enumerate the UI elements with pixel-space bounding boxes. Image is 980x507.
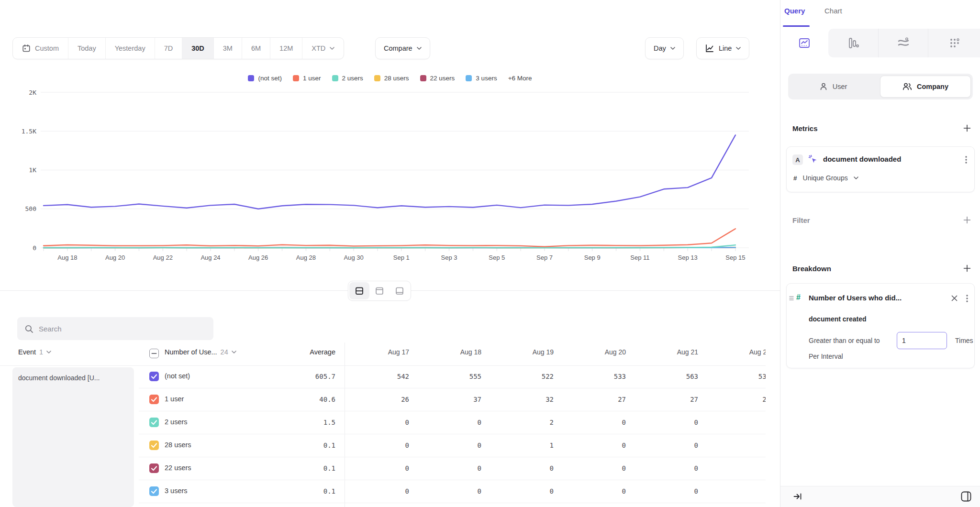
- range-xtd-button[interactable]: XTD: [302, 38, 344, 59]
- legend-item[interactable]: 2 users: [332, 75, 363, 82]
- row-checkbox[interactable]: [149, 395, 159, 404]
- range-yesterday-button[interactable]: Yesterday: [106, 38, 155, 59]
- select-all-checkbox[interactable]: [149, 349, 159, 358]
- chevron-down-icon: [854, 176, 858, 179]
- scope-user-option[interactable]: User: [788, 74, 878, 99]
- query-panel: Query Chart User Company: [780, 0, 980, 507]
- chart-type-dropdown[interactable]: Line: [696, 37, 749, 59]
- filter-section-title: Filter: [792, 216, 810, 224]
- legend-swatch: [374, 75, 380, 81]
- legend-swatch: [293, 75, 299, 81]
- line-chart: 05001K1.5K2KAug 18Aug 20Aug 22Aug 24Aug …: [14, 87, 766, 269]
- row-label: 28 users: [165, 441, 191, 449]
- row-checkbox[interactable]: [149, 463, 159, 473]
- legend-item[interactable]: 1 user: [293, 75, 321, 82]
- breakdown-value-input[interactable]: [897, 332, 947, 349]
- active-tab-underline: [783, 25, 810, 27]
- chart-type-flow-tile[interactable]: [878, 29, 928, 57]
- metric-kebab-menu[interactable]: [962, 154, 970, 165]
- row-label: 1 user: [165, 395, 184, 403]
- interval-dropdown[interactable]: Day: [645, 37, 684, 59]
- layout-chart-only-button[interactable]: [369, 282, 390, 299]
- breakdown-kebab-menu[interactable]: [963, 293, 971, 304]
- legend-swatch: [248, 75, 254, 81]
- calendar-icon: [22, 44, 31, 53]
- row-checkbox[interactable]: [149, 486, 159, 496]
- breakdown-card[interactable]: # Number of Users who did... document cr…: [786, 283, 975, 368]
- chart-legend: (not set)1 user2 users28 users22 users3 …: [0, 75, 780, 82]
- row-cell-value: 0: [414, 487, 481, 495]
- row-label: (not set): [165, 372, 190, 380]
- row-label: 22 users: [165, 464, 191, 472]
- legend-more-link[interactable]: +6 More: [508, 75, 532, 82]
- range-6m-button[interactable]: 6M: [242, 38, 270, 59]
- event-column-dropdown[interactable]: Event 1: [18, 348, 51, 356]
- breakdown-section-title: Breakdown: [792, 265, 831, 273]
- row-cell-value: 0: [414, 441, 481, 449]
- row-cell-value: 0: [559, 487, 626, 495]
- aggregation-dropdown[interactable]: # Unique Groups: [793, 174, 858, 182]
- scope-company-option[interactable]: Company: [880, 76, 971, 98]
- chevron-down-icon: [417, 47, 422, 50]
- row-cell-value: 27: [631, 396, 698, 403]
- row-average-value: 40.6: [278, 396, 335, 403]
- legend-item[interactable]: 22 users: [420, 75, 455, 82]
- svg-text:Aug 20: Aug 20: [105, 254, 125, 261]
- row-cell-value: 0: [631, 441, 698, 449]
- row-checkbox[interactable]: [149, 372, 159, 381]
- company-users-icon: [902, 82, 912, 91]
- bottom-panel-icon: [395, 286, 404, 296]
- row-checkbox[interactable]: [149, 418, 159, 427]
- row-cell-value: 0: [559, 441, 626, 449]
- row-cell-value: 533: [559, 373, 626, 380]
- svg-text:Sep 7: Sep 7: [536, 254, 553, 261]
- range-today-button[interactable]: Today: [68, 38, 106, 59]
- row-cell-value: 0: [703, 419, 766, 426]
- collapse-panel-icon[interactable]: [793, 492, 802, 501]
- range-label: Custom: [35, 44, 59, 52]
- chevron-down-icon: [670, 47, 675, 50]
- table-row: 3 users0.1000000: [139, 480, 766, 503]
- legend-item[interactable]: (not set): [248, 75, 282, 82]
- svg-text:Sep 15: Sep 15: [725, 254, 745, 261]
- remove-breakdown-icon[interactable]: [949, 293, 959, 303]
- chart-type-grid-tile[interactable]: [928, 29, 980, 57]
- row-cell-value: 0: [703, 487, 766, 495]
- toggle-right-panel-icon[interactable]: [960, 491, 972, 502]
- chart-type-bar-tile[interactable]: [828, 29, 878, 57]
- legend-item[interactable]: 28 users: [374, 75, 409, 82]
- range-30d-button[interactable]: 30D: [182, 38, 214, 59]
- range-7d-button[interactable]: 7D: [155, 38, 183, 59]
- chevron-down-icon: [46, 351, 51, 353]
- date-column-header: Aug 17: [342, 348, 409, 356]
- row-average-value: 0.1: [278, 487, 335, 495]
- svg-text:500: 500: [25, 205, 36, 212]
- search-input[interactable]: [39, 325, 201, 333]
- row-checkbox[interactable]: [149, 441, 159, 450]
- compare-label: Compare: [384, 44, 412, 52]
- drag-handle-icon[interactable]: [789, 295, 794, 301]
- tab-chart[interactable]: Chart: [824, 7, 842, 15]
- row-cell-value: 27: [559, 396, 626, 403]
- group-column-dropdown[interactable]: Number of Use... 24: [165, 348, 236, 356]
- row-average-value: 0.1: [278, 464, 335, 472]
- range-12m-button[interactable]: 12M: [270, 38, 302, 59]
- row-cell-value: 0: [559, 419, 626, 426]
- add-filter-button[interactable]: [961, 214, 973, 226]
- row-cell-value: 37: [414, 396, 481, 403]
- layout-split-view-button[interactable]: [349, 282, 369, 299]
- date-column-header: Aug 21: [631, 348, 698, 356]
- legend-item[interactable]: 3 users: [466, 75, 497, 82]
- range-custom-button[interactable]: Custom: [13, 38, 68, 59]
- event-name-cell[interactable]: document downloaded [U...: [12, 367, 134, 507]
- range-3m-button[interactable]: 3M: [214, 38, 242, 59]
- add-metric-button[interactable]: [961, 122, 973, 134]
- tab-query[interactable]: Query: [784, 7, 805, 15]
- metric-card[interactable]: A document downloaded # Unique Groups: [786, 146, 975, 192]
- layout-table-only-button[interactable]: [390, 282, 410, 299]
- add-breakdown-button[interactable]: [961, 263, 973, 274]
- compare-button[interactable]: Compare: [375, 37, 430, 59]
- scope-company-label: Company: [917, 83, 948, 90]
- breakdown-property-name: Number of Users who did...: [809, 294, 902, 302]
- chart-type-line-tile[interactable]: [780, 29, 828, 57]
